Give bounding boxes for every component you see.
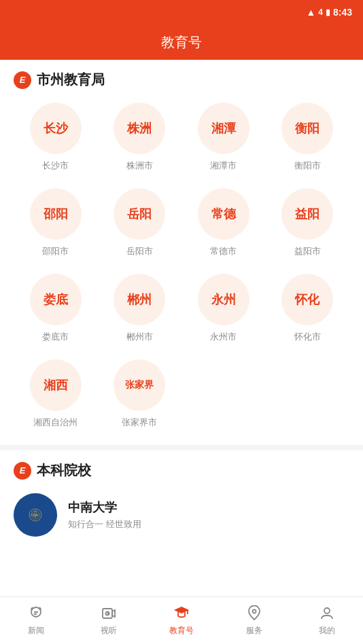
city-circle-yiyang: 益阳 [281,188,333,240]
university-motto-csu: 知行合一 经世致用 [68,518,141,531]
section-divider [0,445,363,450]
city-item-yueyang[interactable]: 岳阳 岳阳市 [98,188,182,268]
city-item-changde[interactable]: 常德 常德市 [182,188,266,268]
service-icon [245,605,263,622]
nav-label-video: 视听 [101,625,117,637]
csu-logo-svg: CSU [27,507,44,523]
university-section-icon: E [14,462,31,480]
nav-item-mine[interactable]: 我的 [290,605,363,637]
city-grid: 长沙 长沙市 株洲 株洲市 湘潭 湘潭市 衡阳 衡阳市 [14,103,349,440]
city-item-chenzhou[interactable]: 郴州 郴州市 [98,274,182,354]
bottom-navigation: 新闻 视听 教育号 服务 [0,596,363,644]
nav-label-service: 服务 [246,625,262,637]
university-name-csu: 中南大学 [68,499,141,516]
nav-item-video[interactable]: 视听 [73,605,145,637]
status-icons: ▲ 4 ▮ 8:43 [306,7,352,18]
municipal-section: E 市州教育局 长沙 长沙市 株洲 株洲市 湘潭 湘潭市 [0,60,363,445]
city-circle-xiangxi: 湘西 [30,359,82,411]
nav-label-mine: 我的 [319,625,335,637]
university-logo-csu: CSU [14,493,57,537]
municipal-section-header: E 市州教育局 [14,71,349,89]
city-item-xiangtan[interactable]: 湘潭 湘潭市 [182,103,266,183]
video-icon [100,605,118,622]
city-circle-loudi: 娄底 [30,274,82,325]
main-content: E 市州教育局 长沙 长沙市 株洲 株洲市 湘潭 湘潭市 [0,60,363,596]
city-item-yongzhou[interactable]: 永州 永州市 [182,274,266,354]
city-circle-changsha: 长沙 [30,103,82,154]
status-bar: ▲ 4 ▮ 8:43 [0,0,363,24]
education-icon [173,605,190,622]
city-item-yiyang[interactable]: 益阳 益阳市 [266,188,350,268]
city-item-hengyang[interactable]: 衡阳 衡阳市 [266,103,350,183]
university-section-title: 本科院校 [37,461,91,480]
city-circle-yueyang: 岳阳 [114,188,165,240]
app-header: 教育号 [0,24,363,60]
time-display: 8:43 [333,7,352,18]
city-item-huaihua[interactable]: 怀化 怀化市 [266,274,350,354]
news-icon [27,605,45,622]
mine-icon [318,605,336,622]
city-circle-shaoyang: 邵阳 [30,188,82,240]
city-item-loudi[interactable]: 娄底 娄底市 [14,274,98,354]
page-title: 教育号 [161,33,202,52]
city-item-zhangjiajie[interactable]: 张家界 张家界市 [98,359,182,440]
nav-label-education: 教育号 [169,625,194,637]
nav-label-news: 新闻 [28,625,44,637]
battery-icon: ▮ [326,7,330,17]
city-circle-zhangjiajie: 张家界 [114,359,165,411]
nav-item-education[interactable]: 教育号 [145,605,218,637]
university-info-csu: 中南大学 知行合一 经世致用 [68,499,141,531]
city-circle-hengyang: 衡阳 [281,103,333,154]
city-circle-chenzhou: 郴州 [114,274,165,325]
municipal-section-title: 市州教育局 [37,71,105,89]
university-section-header: E 本科院校 [14,461,349,480]
city-item-zhuzhou[interactable]: 株洲 株洲市 [98,103,182,183]
nav-item-news[interactable]: 新闻 [0,605,73,637]
university-item-csu[interactable]: CSU 中南大学 知行合一 经世致用 [14,493,349,537]
city-item-xiangxi[interactable]: 湘西 湘西自治州 [14,359,98,440]
city-circle-changde: 常德 [198,188,249,240]
city-item-changsha[interactable]: 长沙 长沙市 [14,103,98,183]
svg-point-9 [324,608,330,613]
city-circle-zhuzhou: 株洲 [114,103,165,154]
nav-item-service[interactable]: 服务 [218,605,290,637]
svg-point-8 [252,610,256,613]
city-circle-yongzhou: 永州 [198,274,249,325]
municipal-section-icon: E [14,71,31,89]
city-circle-xiangtan: 湘潭 [198,103,249,154]
city-item-shaoyang[interactable]: 邵阳 邵阳市 [14,188,98,268]
wifi-icon: 4 [318,7,323,17]
svg-marker-6 [112,610,115,617]
svg-text:CSU: CSU [33,514,38,517]
signal-icon: ▲ [306,7,315,18]
city-circle-huaihua: 怀化 [281,274,333,325]
university-section: E 本科院校 CSU 中南大学 知行合一 经世致用 [0,450,363,548]
